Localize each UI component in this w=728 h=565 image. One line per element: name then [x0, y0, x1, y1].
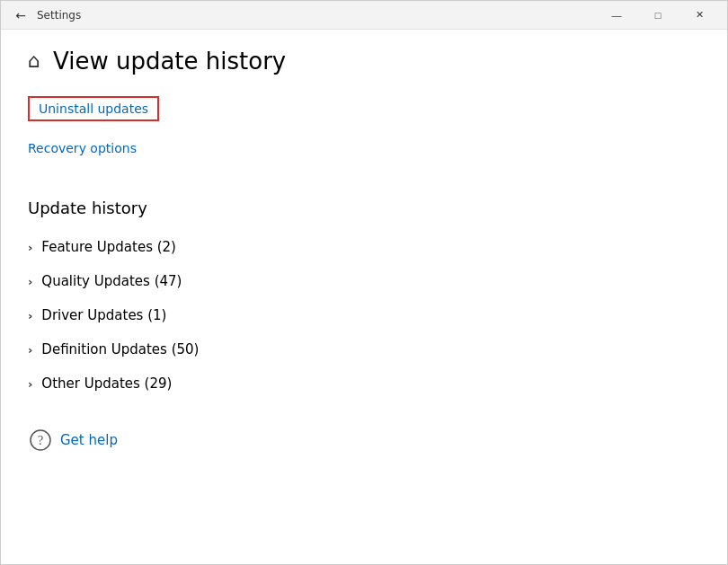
update-item-label: Feature Updates (2) — [41, 239, 176, 255]
list-item[interactable]: › Quality Updates (47) — [28, 264, 700, 298]
chevron-icon: › — [28, 377, 32, 391]
list-item[interactable]: › Other Updates (29) — [28, 366, 700, 401]
update-item-label: Driver Updates (1) — [41, 307, 166, 323]
get-help-link[interactable]: Get help — [60, 432, 118, 448]
update-history-list: › Feature Updates (2) › Quality Updates … — [28, 230, 700, 401]
chevron-icon: › — [28, 241, 32, 254]
update-item-label: Definition Updates (50) — [41, 341, 199, 358]
page-header: ⌂ View update history — [28, 48, 700, 75]
list-item[interactable]: › Driver Updates (1) — [28, 298, 700, 332]
window-title: Settings — [37, 9, 596, 22]
maximize-button[interactable]: □ — [637, 1, 679, 30]
chevron-icon: › — [28, 343, 32, 357]
list-item[interactable]: › Definition Updates (50) — [28, 332, 700, 366]
window-controls: — □ ✕ — [596, 1, 720, 30]
list-item[interactable]: › Feature Updates (2) — [28, 230, 700, 264]
recovery-options-link[interactable]: Recovery options — [28, 141, 137, 155]
help-icon: ? — [28, 428, 53, 453]
svg-text:?: ? — [38, 434, 43, 447]
chevron-icon: › — [28, 275, 32, 288]
update-history-title: Update history — [28, 199, 700, 217]
title-bar: ← Settings — □ ✕ — [1, 1, 727, 30]
home-icon: ⌂ — [28, 51, 40, 71]
uninstall-updates-link[interactable]: Uninstall updates — [28, 96, 159, 121]
close-button[interactable]: ✕ — [679, 1, 720, 30]
get-help-row: ? Get help — [28, 428, 700, 453]
minimize-button[interactable]: — — [596, 1, 637, 30]
settings-window: ← Settings — □ ✕ ⌂ View update history U… — [0, 0, 728, 565]
chevron-icon: › — [28, 309, 32, 322]
page-title: View update history — [53, 48, 286, 75]
back-arrow-icon: ← — [15, 8, 26, 22]
page-content: ⌂ View update history Uninstall updates … — [1, 30, 727, 564]
update-item-label: Quality Updates (47) — [41, 273, 182, 289]
update-item-label: Other Updates (29) — [41, 375, 172, 392]
back-button[interactable]: ← — [8, 3, 33, 28]
